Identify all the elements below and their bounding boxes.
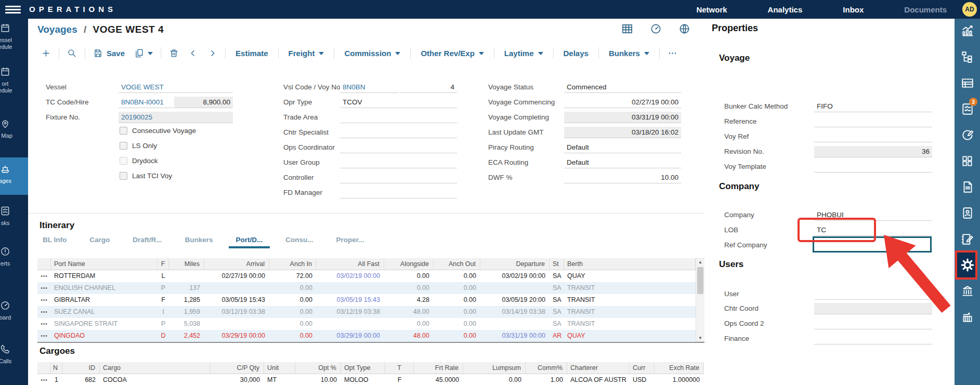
- checkbox-ls-only[interactable]: LS Only: [120, 142, 157, 150]
- rail-settings-gear-button[interactable]: [961, 258, 974, 274]
- column-header-all-fast[interactable]: All Fast: [317, 258, 384, 270]
- column-header-anch-out[interactable]: Anch Out: [434, 258, 480, 270]
- vessel-field[interactable]: VOGE WEST: [119, 82, 233, 93]
- sidebar-item-tasks[interactable]: sks: [0, 206, 28, 227]
- sidebar-item-port-map[interactable]: t Map: [0, 118, 28, 139]
- nav-documents[interactable]: Documents: [904, 5, 947, 14]
- tc-code-hire-field-2[interactable]: 8,900.00: [174, 97, 233, 108]
- column-header-miles[interactable]: Miles: [169, 258, 204, 270]
- vsl-code-voy-no-field-2[interactable]: 4: [400, 82, 457, 93]
- copy-menu-button[interactable]: [129, 48, 158, 58]
- column-header-departure[interactable]: Departure: [480, 258, 550, 270]
- nav-network[interactable]: Network: [696, 5, 727, 14]
- checkbox-drydock[interactable]: Drydock: [120, 157, 158, 165]
- rail-document-button[interactable]: [961, 180, 974, 196]
- column-header-port-name[interactable]: Port Name: [51, 258, 158, 270]
- checkbox-last-tci-voy[interactable]: Last TCI Voy: [120, 172, 172, 180]
- breadcrumb-voyages-link[interactable]: Voyages: [37, 24, 77, 35]
- hamburger-menu-icon[interactable]: [5, 4, 21, 15]
- finance-field[interactable]: [814, 333, 932, 344]
- laytime-menu[interactable]: Laytime: [498, 49, 550, 58]
- reference-field[interactable]: [814, 116, 932, 127]
- last-update-gmt-field[interactable]: 03/18/20 16:02: [564, 127, 681, 138]
- prev-voyage-button[interactable]: [184, 48, 203, 58]
- itinerary-row[interactable]: •••SINGAPORE STRAITP5,0380.000.000.00SAT…: [37, 318, 696, 330]
- rail-form-grid-button[interactable]: [961, 76, 974, 92]
- itinerary-row[interactable]: •••SUEZ CANALI1,95903/12/19 03:380.0003/…: [37, 306, 696, 318]
- voyage-commencing-field[interactable]: 02/27/19 00:00: [564, 97, 681, 108]
- estimate-button[interactable]: Estimate: [229, 49, 275, 58]
- tab-consu[interactable]: Consu...: [285, 236, 313, 244]
- column-header-st[interactable]: St: [550, 258, 564, 270]
- rail-org-hierarchy-button[interactable]: [961, 50, 974, 66]
- column-header-n[interactable]: N: [51, 362, 62, 374]
- user-field[interactable]: [814, 288, 932, 300]
- column-header-c-p-qty[interactable]: C/P Qty: [211, 362, 264, 374]
- delays-button[interactable]: Delays: [557, 49, 595, 58]
- rail-compass-edit-button[interactable]: [961, 128, 974, 144]
- checkbox-icon[interactable]: [120, 172, 127, 180]
- itinerary-row[interactable]: •••GIBRALTARF1,28503/05/19 15:430.0003/0…: [37, 294, 696, 306]
- checkbox-icon[interactable]: [120, 157, 127, 165]
- column-header-charterer[interactable]: Charterer: [567, 362, 630, 374]
- rail-analytics-chart-button[interactable]: [961, 24, 974, 40]
- controller-field[interactable]: [340, 172, 457, 183]
- sidebar-item-port-schedule[interactable]: ortedule: [0, 67, 28, 94]
- fd-manager-field[interactable]: [340, 187, 457, 198]
- next-voyage-button[interactable]: [203, 48, 222, 58]
- column-header-opt[interactable]: Opt %: [295, 362, 341, 374]
- chtr-coord-field[interactable]: [814, 303, 932, 314]
- column-header-exch-rate[interactable]: Exch Rate: [655, 362, 704, 374]
- column-header-comm[interactable]: Comm%: [526, 362, 567, 374]
- column-header-id[interactable]: ID: [62, 362, 100, 374]
- rail-contact-card-button[interactable]: [961, 206, 974, 222]
- column-header-f[interactable]: F: [158, 258, 169, 270]
- row-menu-button[interactable]: •••: [37, 374, 51, 385]
- freight-menu[interactable]: Freight: [282, 49, 331, 58]
- voyage-status-field[interactable]: Commenced: [564, 82, 681, 93]
- add-button[interactable]: [36, 48, 56, 58]
- save-button[interactable]: Save: [88, 48, 129, 58]
- sidebar-item-voyages[interactable]: ages: [0, 164, 28, 184]
- more-button[interactable]: [663, 48, 682, 58]
- other-revexp-menu[interactable]: Other Rev/Exp: [414, 49, 490, 58]
- column-header-unit[interactable]: Unit: [264, 362, 295, 374]
- column-header-cargo[interactable]: Cargo: [100, 362, 211, 374]
- revision-no-field[interactable]: 36: [814, 146, 932, 157]
- column-header-alongside[interactable]: Alongside: [384, 258, 434, 270]
- tab-bl-info[interactable]: BL Info: [43, 236, 67, 244]
- ops-coord-2-field[interactable]: [814, 318, 932, 329]
- tab-draft-r[interactable]: Draft/R...: [133, 236, 162, 244]
- sidebar-item-alerts[interactable]: erts: [0, 246, 28, 267]
- column-header-arrival[interactable]: Arrival: [204, 258, 269, 270]
- tc-code-hire-field[interactable]: 8N0BN-I0001: [119, 97, 173, 108]
- checkbox-consecutive-voyage[interactable]: Consecutive Voyage: [120, 127, 196, 135]
- tab-bunkers[interactable]: Bunkers: [185, 236, 213, 244]
- dwf-field[interactable]: 10.00: [564, 172, 681, 183]
- nav-inbox[interactable]: Inbox: [843, 5, 864, 14]
- rail-cargo-crane-button[interactable]: [961, 310, 974, 326]
- scroll-up-icon[interactable]: ▲: [696, 260, 704, 264]
- scroll-down-icon[interactable]: ▼: [696, 336, 704, 340]
- user-group-field[interactable]: [340, 157, 457, 168]
- sidebar-item-vessel-schedule[interactable]: esseledule: [0, 23, 28, 50]
- opr-type-field[interactable]: TCOV: [340, 97, 457, 108]
- column-header-opt-type[interactable]: Opt Type: [341, 362, 385, 374]
- itinerary-row[interactable]: •••QINGDAOD2,45203/29/19 00:000.0003/29/…: [37, 330, 696, 342]
- checkbox-icon[interactable]: [120, 142, 127, 150]
- rail-notebook-edit-button[interactable]: [961, 232, 974, 248]
- scrollbar-thumb[interactable]: [697, 267, 703, 294]
- column-header-lumpsum[interactable]: Lumpsum: [463, 362, 526, 374]
- delete-button[interactable]: [164, 48, 184, 58]
- piracy-routing-field[interactable]: Default: [564, 142, 681, 153]
- eca-routing-field[interactable]: Default: [564, 157, 681, 168]
- rail-copy-documents-button[interactable]: [961, 154, 974, 170]
- row-menu-button[interactable]: •••: [37, 270, 51, 282]
- tab-port-d[interactable]: Port/D...: [236, 236, 263, 244]
- sidebar-item-calls[interactable]: Calls: [0, 344, 28, 365]
- column-header-berth[interactable]: Berth: [564, 258, 696, 270]
- row-menu-button[interactable]: •••: [37, 306, 51, 318]
- column-header-frt-rate[interactable]: Frt Rate: [414, 362, 463, 374]
- voy-ref-field[interactable]: [814, 131, 932, 142]
- cargo-row[interactable]: •••1682COCOA30,000MT10.00MOLOOF45.00000.…: [37, 374, 704, 385]
